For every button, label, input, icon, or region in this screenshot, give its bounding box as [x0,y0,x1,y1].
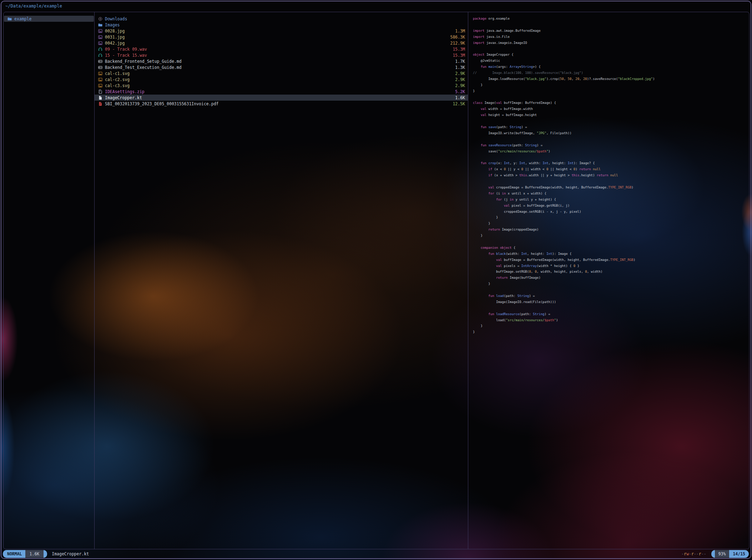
code-line: object ImageCropper { [473,52,749,58]
code-line: } [473,281,749,287]
yazi-file-manager-window: ~/Data/example/example example Downloads… [0,0,752,560]
code-line: return Image(buffImage) [473,275,749,281]
file-size: 1.7K [455,59,465,64]
file-row[interactable]: 15 - Track 15.wav15.3M [95,52,468,58]
panes-container: example DownloadsImages0028.jpg1.3M0031.… [3,12,750,549]
file-name: 0042.jpg [105,41,447,46]
file-size: 586.3K [450,35,465,40]
code-line: import java.awt.image.BufferedImage [473,28,749,34]
code-line: fun save(path: String) = [473,124,749,130]
mode-badge: NORMAL [6,550,25,558]
file-row[interactable]: Downloads [95,16,468,22]
file-row[interactable]: SBI_0032013739_2023_DE05_0003155631Invoi… [95,101,468,107]
file-size: 1.3K [455,65,465,70]
files-pane: DownloadsImages0028.jpg1.3M0031.jpg586.3… [95,16,468,548]
code-line [473,136,749,142]
status-right: -rw-r--r-- 93% 14/15 [681,550,749,558]
file-row[interactable]: 09 - Track 09.wav15.3M [95,46,468,52]
parent-pane: example [4,16,94,548]
code-line [473,22,749,28]
jpg-icon [98,41,102,45]
code-line [473,154,749,160]
file-name: 0031.jpg [105,35,447,40]
file-row[interactable]: 0028.jpg1.3M [95,28,468,34]
file-name: cal-c2.svg [105,77,452,82]
file-row[interactable]: cal-c3.svg2.9K [95,82,468,89]
code-line: ImageIO.write(buffImage, "JPG", File(pat… [473,130,749,136]
code-line: val width = buffImage.width [473,106,749,112]
file-size: 15.3M [453,47,465,52]
file-name: ImageCropper.kt [105,95,452,100]
file-name: Images [105,22,462,27]
code-line: Image.loadResource("black.jpg").crop(50,… [473,76,749,82]
path-title: ~/Data/example/example [5,2,62,10]
status-filename: ImageCropper.kt [52,551,89,556]
file-row[interactable]: 0031.jpg586.3K [95,34,468,40]
code-preview: package org.example import java.awt.imag… [468,16,749,548]
code-line: fun saveResource(path: String) = [473,142,749,148]
svg-icon [98,84,102,88]
code-line [473,178,749,185]
file-row[interactable]: Backend_Test_Execution_Guide.md1.3K [95,64,468,70]
jpg-icon [98,29,102,33]
parent-dir-item[interactable]: example [4,16,94,22]
wav-icon [98,53,102,57]
code-line: } [473,329,749,335]
code-line: val height = buffImage.height [473,112,749,118]
cursor-position-badge: 14/15 [729,550,749,558]
code-line: save("src/main/resources/$path") [473,148,749,155]
code-line: fun load(path: String) = [473,293,749,299]
wav-icon [98,47,102,51]
file-name: 15 - Track 15.wav [105,53,450,58]
code-line: return Image(croppedImage) [473,227,749,233]
kt-icon [98,96,102,100]
file-row[interactable]: 0042.jpg212.9K [95,40,468,46]
code-line: import javax.imageio.ImageIO [473,40,749,46]
code-line: } [473,323,749,329]
file-row[interactable]: Images [95,22,468,28]
file-size: 1.3M [455,29,465,34]
code-line: fun black(width: Int, height: Int): Imag… [473,251,749,257]
status-left: NORMAL 1.6K ImageCropper.kt [3,550,89,558]
code-line: class Image(val buffImage: BufferedImage… [473,100,749,106]
code-line: if (x < 0 || y < 0 || width < 0 || heigh… [473,166,749,172]
file-row[interactable]: Backend_Frontend_Setup_Guide.md1.7K [95,58,468,64]
code-line: for (j in y until y + height) { [473,197,749,203]
file-name: 0028.jpg [105,29,452,34]
code-line: fun loadResource(path: String) = [473,311,749,317]
file-row[interactable]: ImageCropper.kt1.6K [95,95,468,101]
file-row[interactable]: IDEAsettings.zip5.2K [95,89,468,95]
code-line: for (i in x until x + width) { [473,191,749,197]
scroll-percent-badge: 93% [715,550,730,558]
code-line: package org.example [473,16,749,22]
code-line: // Image.black(100, 100).saveResource("b… [473,70,749,76]
file-row[interactable]: cal-c2.svg2.9K [95,76,468,82]
downloads-icon [98,17,102,21]
folder-icon [7,17,12,21]
code-line [473,118,749,124]
code-line: companion object { [473,245,749,251]
code-line [473,94,749,100]
md-icon [98,65,102,70]
code-line [473,287,749,293]
file-name: 09 - Track 09.wav [105,47,450,52]
file-name: cal-c3.svg [105,83,452,88]
file-row[interactable]: cal-c1.svg2.9K [95,70,468,76]
code-line: val pixel = buffImage.getRGB(i, j) [473,203,749,209]
code-line [473,239,749,245]
zip-icon [98,90,102,94]
code-line: } [473,82,749,88]
code-line: val croppedImage = BufferedImage(width, … [473,185,749,191]
code-line: buffImage.setRGB(0, 0, width, height, pi… [473,269,749,275]
folder-icon [98,23,102,27]
code-line [473,46,749,52]
file-name: SBI_0032013739_2023_DE05_0003155631Invoi… [105,101,450,106]
percent-badge-left-cap [711,550,715,558]
code-line: load("src/main/resources/$path") [473,317,749,323]
code-line: val pixels = IntArray(width * height) { … [473,263,749,269]
file-size: 5.2K [455,89,465,94]
code-line: } [473,233,749,239]
file-name: Backend_Test_Execution_Guide.md [105,65,452,70]
size-badge-right-cap [44,550,47,558]
code-line: } [473,88,749,94]
